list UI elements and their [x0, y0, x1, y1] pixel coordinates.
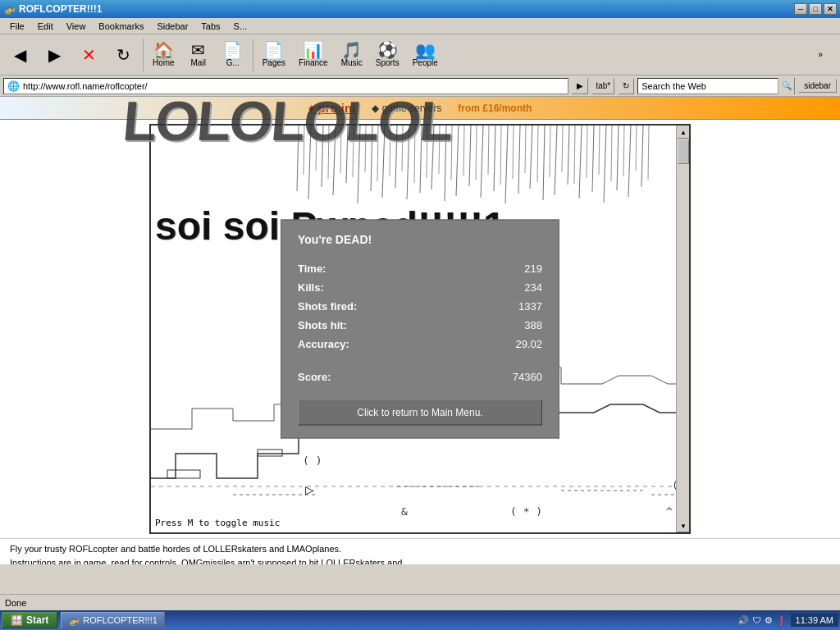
svg-line-51: [574, 126, 575, 184]
game-area: soi soi Pwned!!!!!1 ( ) (.) (.) ▷ & ( * …: [149, 124, 691, 534]
mail-label: Mail: [191, 58, 206, 67]
search-input[interactable]: [638, 81, 778, 91]
taskbar-icon-3: ⚙: [765, 615, 773, 626]
home-button[interactable]: 🏠 Home: [147, 39, 180, 70]
refresh-button[interactable]: ↻: [107, 44, 139, 66]
svg-line-26: [617, 126, 619, 190]
taskbar-window-icon: 🚁: [68, 615, 80, 626]
svg-line-50: [562, 126, 563, 172]
menu-extra[interactable]: S...: [227, 20, 254, 33]
refresh-nav-button[interactable]: ↻: [618, 78, 634, 94]
svg-rect-60: [258, 450, 282, 456]
menu-tabs[interactable]: Tabs: [194, 20, 226, 33]
svg-line-20: [543, 126, 545, 200]
go-button[interactable]: ▶: [572, 78, 588, 94]
forward-button[interactable]: ▶: [38, 44, 71, 66]
windows-icon: 🪟: [11, 614, 23, 626]
stat-time-value: 219: [524, 262, 542, 275]
ascii-ampersand: &: [401, 505, 408, 518]
description: Fly your trusty ROFLcopter and battle ho…: [0, 538, 840, 564]
taskbar-icon-4: ❗: [776, 615, 788, 626]
maximize-button[interactable]: □: [809, 3, 822, 15]
people-button[interactable]: 👥 People: [407, 39, 444, 70]
svg-line-49: [550, 126, 550, 177]
start-label: Start: [26, 614, 48, 626]
lol-text: LOLOLOLOL: [121, 97, 455, 153]
menu-bookmarks[interactable]: Bookmarks: [92, 20, 150, 33]
refresh-icon: ↻: [116, 47, 130, 63]
svg-line-14: [469, 126, 471, 186]
svg-line-23: [579, 126, 582, 199]
mail-icon: ✉: [191, 42, 205, 58]
sports-button[interactable]: ⚽ Sports: [370, 39, 405, 70]
stat-score-label: Score:: [298, 371, 331, 383]
menu-edit[interactable]: Edit: [31, 20, 60, 33]
ascii-star: ( * ): [510, 505, 542, 518]
stat-kills-label: Kills:: [298, 281, 324, 294]
taskbar-window-button[interactable]: 🚁 ROFLCOPTER!!!1: [61, 612, 164, 628]
close-button[interactable]: ✕: [824, 3, 837, 15]
titlebar-left: 🚁 ROFLCOPTER!!!1: [3, 3, 102, 15]
stat-accuracy: Accuracy: 29.02: [298, 338, 542, 350]
titlebar-controls[interactable]: ─ □ ✕: [794, 3, 837, 15]
start-button[interactable]: 🪟 Start: [2, 612, 57, 628]
svg-line-46: [513, 126, 514, 179]
stat-accuracy-label: Accuracy:: [298, 338, 349, 350]
svg-line-41: [451, 126, 452, 180]
svg-line-28: [641, 126, 643, 187]
pages-button[interactable]: 📄 Pages: [257, 39, 291, 70]
svg-line-44: [488, 126, 489, 175]
finance-icon: 📊: [303, 42, 323, 58]
more-button[interactable]: »: [804, 48, 837, 62]
ascii-helicopter-1: ( ): [303, 454, 322, 467]
menu-file[interactable]: File: [3, 20, 31, 33]
people-icon: 👥: [415, 42, 436, 58]
sidebar-button[interactable]: sidebar: [798, 79, 837, 93]
taskbar-window-label: ROFLCOPTER!!!1: [83, 615, 157, 625]
death-title: You're DEAD!: [298, 233, 542, 246]
stat-time: Time: 219: [298, 262, 542, 275]
toolbar: ◀ ▶ ✕ ↻ 🏠 Home ✉ Mail 📄 G... 📄 Pages 📊 F…: [0, 34, 840, 75]
mail-button[interactable]: ✉ Mail: [182, 39, 215, 70]
stop-button[interactable]: ✕: [72, 44, 105, 66]
svg-line-24: [592, 126, 594, 192]
svg-line-45: [500, 126, 501, 185]
scrollbar[interactable]: ▲ ▼: [676, 126, 689, 532]
svg-line-16: [494, 126, 495, 191]
svg-line-47: [525, 126, 526, 173]
taskbar-right: 🔊 🛡 ⚙ ❗ 11:39 AM: [737, 614, 838, 627]
stat-kills-value: 234: [524, 281, 542, 294]
pages-icon: 📄: [263, 42, 284, 58]
menu-view[interactable]: View: [60, 20, 93, 33]
address-input[interactable]: [23, 81, 564, 91]
toggle-music-text: Press M to toggle music: [155, 518, 280, 528]
stat-shots-fired-value: 1337: [518, 300, 542, 313]
minimize-button[interactable]: ─: [794, 3, 807, 15]
titlebar-icon: 🚁: [3, 3, 16, 15]
menu-sidebar[interactable]: Sidebar: [150, 20, 194, 33]
svg-line-57: [648, 126, 649, 180]
svg-line-27: [628, 126, 631, 197]
svg-line-48: [537, 126, 538, 182]
search-button[interactable]: 🔍: [778, 78, 794, 94]
search-container: 🔍: [637, 78, 795, 94]
home-label: Home: [153, 58, 175, 67]
sports-icon: ⚽: [377, 42, 398, 58]
svg-line-17: [505, 126, 508, 203]
g-button[interactable]: 📄 G...: [217, 39, 249, 70]
tab-button[interactable]: tab*: [591, 78, 614, 94]
banner-cta: from £16/month: [458, 103, 532, 114]
svg-line-56: [636, 126, 637, 171]
scroll-down-arrow[interactable]: ▼: [677, 519, 690, 532]
return-button[interactable]: Click to return to Main Menu.: [298, 399, 542, 426]
finance-label: Finance: [299, 58, 328, 67]
scroll-up-arrow[interactable]: ▲: [677, 126, 690, 139]
navbar: 🌐 ▶ tab* ↻ 🔍 sidebar: [0, 75, 840, 97]
scroll-thumb[interactable]: [678, 139, 689, 164]
g-icon: 📄: [222, 42, 243, 58]
back-button[interactable]: ◀: [3, 44, 36, 66]
more-icon: »: [818, 50, 823, 59]
music-button[interactable]: 🎵 Music: [336, 39, 368, 70]
finance-button[interactable]: 📊 Finance: [293, 39, 334, 70]
music-icon: 🎵: [341, 42, 362, 58]
